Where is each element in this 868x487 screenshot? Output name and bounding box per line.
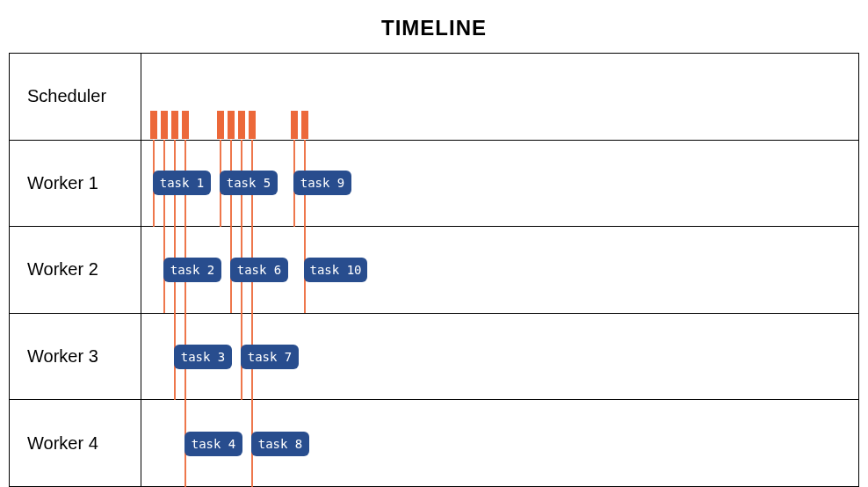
worker1-lane [141, 141, 858, 227]
timeline-chart: SchedulerWorker 1Worker 2Worker 3Worker … [9, 53, 859, 487]
scheduler-lane [141, 54, 858, 140]
scheduler-label: Scheduler [10, 54, 141, 140]
worker2-label: Worker 2 [10, 227, 141, 313]
row-scheduler: Scheduler [10, 54, 858, 140]
row-worker4: Worker 4 [10, 399, 858, 486]
row-worker3: Worker 3 [10, 313, 858, 400]
worker3-lane [141, 314, 858, 400]
row-worker2: Worker 2 [10, 226, 858, 313]
worker1-label: Worker 1 [10, 141, 141, 227]
row-worker1: Worker 1 [10, 140, 858, 227]
worker4-lane [141, 400, 858, 486]
diagram-title: TIMELINE [9, 16, 859, 40]
worker4-label: Worker 4 [10, 400, 141, 486]
worker3-label: Worker 3 [10, 314, 141, 400]
worker2-lane [141, 227, 858, 313]
timeline-grid: SchedulerWorker 1Worker 2Worker 3Worker … [9, 53, 859, 487]
